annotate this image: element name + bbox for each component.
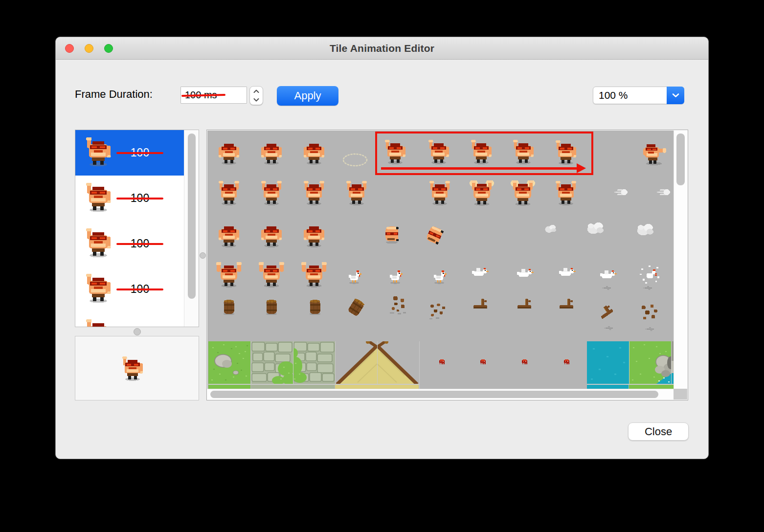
tile-sprite-guy-glow[interactable] <box>510 180 536 207</box>
tileset-horizontal-scrollbar-thumb[interactable] <box>210 391 658 398</box>
tileset-gridline <box>419 341 420 390</box>
tile-sprite-guy-v[interactable] <box>301 262 327 288</box>
tile-sprite-guy-punch[interactable] <box>640 140 666 166</box>
tile-stone-grass-a[interactable] <box>251 341 293 384</box>
tile-sprite-crab[interactable] <box>477 355 489 368</box>
stepper-down-button[interactable] <box>250 95 263 105</box>
tileset-canvas[interactable] <box>207 131 674 390</box>
tile-sprite-smoke-sm[interactable] <box>543 222 558 236</box>
tile-sprite-debris-b[interactable] <box>427 301 448 322</box>
annotation-red-arrow-head <box>577 163 586 173</box>
frame-list-item[interactable]: 100 <box>75 312 185 327</box>
window-title: Tile Animation Editor <box>56 37 708 60</box>
tileset-horizontal-scrollbar[interactable] <box>207 389 674 399</box>
tileset-gridline <box>251 341 252 390</box>
annotation-strike-duration <box>116 288 163 290</box>
frame-list-item[interactable]: 100 <box>75 176 185 221</box>
scrollbar-corner <box>674 389 687 399</box>
tile-sprite-smoke[interactable] <box>635 219 656 241</box>
tileset-vertical-scrollbar-thumb[interactable] <box>676 133 685 185</box>
tile-tent-left[interactable] <box>335 341 377 384</box>
tile-sprite-guy-front[interactable] <box>216 223 242 248</box>
frame-sprite-thumbnail <box>83 319 113 327</box>
tile-sprite-chicken-fly[interactable] <box>469 262 490 284</box>
titlebar: Tile Animation Editor <box>56 37 708 60</box>
tile-sprite-chicken-fly[interactable] <box>556 262 577 284</box>
annotation-strike-duration <box>116 243 163 245</box>
frame-list-scrollbar-thumb[interactable] <box>188 133 196 299</box>
apply-button[interactable]: Apply <box>277 86 338 106</box>
tile-sprite-crab[interactable] <box>518 355 531 368</box>
tile-sprite-barrel[interactable] <box>219 297 239 317</box>
tile-sprite-crab[interactable] <box>436 355 448 368</box>
tile-sprite-dash-white[interactable] <box>656 184 673 200</box>
tile-sprite-dust[interactable] <box>642 281 655 295</box>
frame-duration-value: 100 <box>120 312 159 327</box>
tile-stone-grass-b[interactable] <box>293 341 335 384</box>
tile-sprite-wood-piece[interactable] <box>470 294 491 315</box>
tile-sprite-barrel-tilt[interactable] <box>345 297 367 318</box>
tile-sprite-guy-roll-tilt[interactable] <box>422 223 447 247</box>
frame-list-scrollbar[interactable] <box>184 130 199 327</box>
tile-sprite-guy-front[interactable] <box>301 140 327 166</box>
tile-sprite-guy-arms-up[interactable] <box>344 181 369 206</box>
tile-sprite-guy-front[interactable] <box>216 140 242 166</box>
tile-sprite-dust[interactable] <box>603 321 616 335</box>
tile-animation-editor-window: Tile Animation Editor Frame Duration: Ap… <box>55 37 709 459</box>
tile-sprite-dust[interactable] <box>644 322 657 336</box>
tile-grass[interactable] <box>208 341 250 384</box>
frame-duration-label: Frame Duration: <box>75 88 153 101</box>
screenshot-stage: Tile Animation Editor Frame Duration: Ap… <box>0 0 764 532</box>
tile-sprite-chicken[interactable] <box>385 266 405 286</box>
tile-sprite-chicken[interactable] <box>344 266 364 286</box>
frame-sprite-thumbnail <box>83 183 113 213</box>
tile-sprite-barrel[interactable] <box>305 297 325 317</box>
tile-sprite-crab[interactable] <box>561 355 573 368</box>
tile-sprite-guy-front[interactable] <box>259 223 284 248</box>
tile-sprite-guy-arms-up[interactable] <box>427 181 452 206</box>
tile-sprite-wood-fly[interactable] <box>596 302 616 323</box>
tile-sprite-guy-front[interactable] <box>301 223 327 248</box>
frame-list: 100100100100100 <box>75 130 199 327</box>
tile-sprite-wood-break[interactable] <box>637 302 660 325</box>
zoom-level-combobox[interactable]: 100 % <box>593 87 684 104</box>
annotation-strike-duration <box>116 152 163 154</box>
tile-sprite-wood-piece[interactable] <box>556 294 577 315</box>
close-button[interactable]: Close <box>628 422 689 441</box>
tile-sprite-guy-v[interactable] <box>216 262 242 288</box>
tile-sprite-guy-roll[interactable] <box>380 222 404 246</box>
tile-sprite-dust[interactable] <box>601 281 614 295</box>
tile-tent-right[interactable] <box>377 341 419 384</box>
tile-sprite-smoke[interactable] <box>585 218 607 239</box>
frame-list-items: 100100100100100 <box>75 130 199 327</box>
frame-list-item[interactable]: 100 <box>75 130 185 176</box>
tile-sprite-guy-glow[interactable] <box>469 180 495 207</box>
tileset-gridline <box>377 341 378 390</box>
tile-sprite-guy-v[interactable] <box>258 262 285 288</box>
tile-sprite-dash-white[interactable] <box>613 184 630 200</box>
frame-list-item[interactable]: 100 <box>75 266 185 312</box>
preview-sprite <box>120 356 145 382</box>
chevron-down-icon <box>672 93 679 98</box>
tile-water[interactable] <box>587 341 629 384</box>
tile-sprite-guy-front[interactable] <box>259 140 284 166</box>
tile-sprite-guy-arms-up[interactable] <box>553 181 579 206</box>
frame-sprite-thumbnail <box>83 228 113 259</box>
tile-sprite-debris-a[interactable] <box>387 294 409 317</box>
tile-sprite-chicken-fly[interactable] <box>514 263 535 285</box>
vertical-splitter-handle[interactable] <box>200 252 206 259</box>
tile-sprite-dotted-ellipse[interactable] <box>341 152 369 168</box>
horizontal-splitter-handle[interactable] <box>134 328 141 335</box>
zoom-dropdown-cap[interactable] <box>667 87 684 104</box>
frame-list-item[interactable]: 100 <box>75 221 185 266</box>
tile-sprite-barrel[interactable] <box>262 297 281 317</box>
tile-sprite-guy-arms-up[interactable] <box>216 181 242 206</box>
tile-sprite-guy-arms-up[interactable] <box>259 181 284 206</box>
tileset-gridline <box>629 341 630 390</box>
tileset-vertical-scrollbar[interactable] <box>674 131 687 390</box>
chevron-up-icon <box>253 89 259 93</box>
tile-sprite-wood-piece[interactable] <box>514 294 535 315</box>
tile-grass-rock[interactable] <box>629 341 671 384</box>
tile-sprite-chicken[interactable] <box>429 266 449 286</box>
tile-sprite-guy-arms-up[interactable] <box>301 181 327 206</box>
